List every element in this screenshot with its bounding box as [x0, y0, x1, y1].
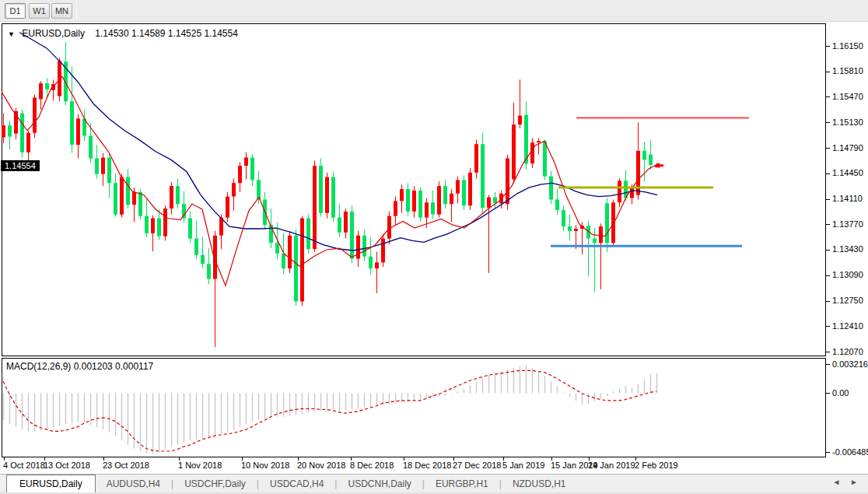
date-axis-label: 1 Nov 2018	[178, 461, 222, 470]
candle-body	[238, 166, 242, 183]
scale-tick	[826, 393, 830, 394]
candle-body	[319, 166, 323, 213]
candle-body	[338, 218, 341, 233]
candle-body	[95, 158, 99, 173]
price-axis-label: 1.14450	[832, 168, 863, 177]
candle-body	[114, 183, 117, 214]
candle-body	[512, 124, 516, 179]
tab-nzdusd-h1[interactable]: NZDUSD,H1	[502, 475, 577, 493]
candle-body	[76, 118, 80, 145]
candle-body	[138, 192, 142, 216]
price-axis-label: 1.15130	[832, 117, 863, 127]
candle-body	[257, 180, 261, 199]
tab-usdcnh-daily[interactable]: USDCNH,Daily	[337, 475, 422, 493]
candle-body	[201, 255, 205, 265]
timeframe-button-d1[interactable]: D1	[5, 3, 26, 19]
candle-body	[605, 203, 609, 243]
candle-body	[325, 177, 329, 213]
price-axis-label: 1.12070	[832, 347, 863, 356]
candle-body	[375, 262, 379, 268]
price-axis-label: 1.12410	[832, 321, 863, 331]
candle-body	[481, 144, 485, 208]
candle-body	[506, 158, 509, 204]
candle-body	[400, 189, 404, 201]
candle-body	[362, 236, 366, 257]
tab-nav: ◄ ►	[828, 478, 862, 486]
timeframe-button-mn[interactable]: MN	[51, 3, 72, 19]
scale-tick	[826, 46, 830, 47]
chart-title: ▼ EURUSD,Daily 1.14530 1.14589 1.14525 1…	[8, 28, 238, 39]
candle-body	[145, 216, 149, 233]
macd-chart[interactable]	[2, 358, 826, 457]
symbol-dropdown-icon[interactable]: ▼	[8, 30, 15, 38]
candle-body	[555, 199, 559, 209]
candle-body	[89, 136, 93, 159]
candle-body	[45, 83, 49, 89]
candle-body	[126, 177, 130, 205]
candle-body	[250, 158, 254, 180]
tab-eurusd-daily[interactable]: EURUSD,Daily	[6, 475, 96, 492]
candle-body	[282, 254, 285, 268]
price-axis-label: 1.13430	[832, 244, 863, 254]
scale-tick	[826, 275, 830, 276]
candle-body	[188, 219, 192, 239]
chart-ohlc-values: 1.14530 1.14589 1.14525 1.14554	[95, 28, 238, 39]
scale-tick	[826, 72, 830, 72]
price-axis-label: 1.16150	[832, 41, 863, 51]
candle-body	[207, 264, 211, 279]
candle-body	[381, 239, 385, 263]
candle-body	[226, 197, 229, 218]
tab-scroll-left-icon[interactable]: ◄	[828, 478, 844, 486]
candle-body	[120, 177, 124, 215]
candle-body	[599, 226, 603, 243]
date-axis-label: 13 Oct 2018	[44, 461, 90, 470]
candle-body	[468, 173, 472, 205]
macd-axis-label: 0.003216	[832, 359, 868, 369]
scale-tick	[826, 96, 830, 97]
date-axis-label: 8 Dec 2018	[350, 461, 394, 470]
tab-scroll-right-icon[interactable]: ►	[846, 478, 862, 486]
candle-body	[350, 212, 354, 259]
scale-tick	[826, 364, 830, 365]
price-axis-label: 1.12750	[832, 296, 863, 305]
price-axis-label: 1.14790	[832, 143, 863, 152]
date-axis-label: 10 Nov 2018	[241, 461, 289, 470]
chart-tabs: EURUSD,DailyAUDUSD,H4|USDCHF,Daily|USDCA…	[0, 476, 577, 489]
candle-body	[425, 202, 429, 217]
scale-tick	[826, 122, 830, 123]
candle-body	[618, 180, 621, 202]
candle-body	[518, 116, 522, 125]
candle-body	[26, 133, 30, 152]
candle-body	[313, 166, 317, 249]
timeframe-button-w1[interactable]: W1	[29, 3, 50, 19]
macd-indicator-label: MACD(12,26,9) 0.001203 0.000117	[6, 361, 153, 372]
date-axis-label: 24 Jan 2019	[588, 461, 635, 470]
tab-eurgbp-h1[interactable]: EURGBP,H1	[425, 475, 499, 493]
candle-body	[642, 151, 646, 160]
candle-body	[437, 186, 441, 215]
scale-tick	[826, 250, 830, 251]
candle-body	[537, 141, 541, 142]
candle-body	[288, 236, 292, 268]
candle-body	[275, 243, 279, 253]
candle-body	[132, 192, 136, 205]
price-axis-label: 1.13090	[832, 270, 863, 279]
time-scale[interactable]: 4 Oct 201813 Oct 201823 Oct 20181 Nov 20…	[2, 457, 826, 474]
candle-body	[387, 216, 391, 239]
candle-body	[456, 180, 460, 193]
scale-tick	[826, 352, 830, 352]
candle-body	[406, 189, 410, 212]
candle-body	[443, 186, 447, 204]
tab-usdchf-daily[interactable]: USDCHF,Daily	[173, 475, 257, 493]
tab-audusd-h4[interactable]: AUDUSD,H4	[96, 475, 171, 493]
scale-tick	[826, 148, 830, 149]
price-scale[interactable]: 1.161501.158101.154701.151301.147901.144…	[826, 0, 868, 475]
candle-body	[157, 219, 161, 236]
price-chart[interactable]	[2, 23, 826, 356]
macd-axis-label: -0.006485	[832, 447, 868, 457]
tab-usdcad-h4[interactable]: USDCAD,H4	[259, 475, 334, 493]
price-axis-label: 1.15810	[832, 66, 863, 75]
macd-axis-label: 0.00	[832, 388, 849, 398]
candle-body	[107, 158, 111, 184]
scale-tick	[826, 199, 830, 200]
